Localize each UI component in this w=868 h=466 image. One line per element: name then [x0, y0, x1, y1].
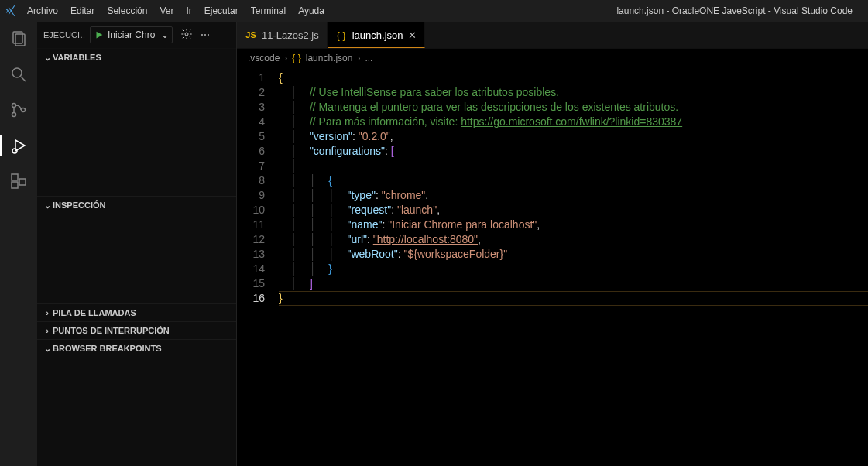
section-pila-header[interactable]: ›PILA DE LLAMADAS [37, 304, 236, 321]
code-string: "chrome" [382, 189, 426, 201]
code-key: "name" [348, 218, 383, 231]
code-string: "launch" [397, 204, 437, 216]
section-browser-bp: ⌄BROWSER BREAKPOINTS [37, 340, 236, 466]
section-inspeccion-header[interactable]: ⌄INSPECCIÓN [37, 197, 236, 214]
menu-terminal[interactable]: Terminal [245, 4, 291, 18]
chevron-right-icon: › [284, 53, 287, 63]
section-puntos: ›PUNTOS DE INTERRUPCIÓN [37, 322, 236, 340]
code-token: { [279, 71, 283, 84]
activity-run-debug-icon[interactable] [0, 135, 37, 156]
section-inspeccion-body [37, 214, 236, 303]
activity-source-control-icon[interactable] [0, 99, 37, 121]
svg-rect-9 [12, 174, 18, 180]
section-inspeccion: ⌄INSPECCIÓN [37, 197, 236, 304]
menu-ejecutar[interactable]: Ejecutar [199, 4, 244, 18]
tab-label: 11-Lazos2.js [262, 29, 319, 41]
svg-marker-12 [97, 32, 103, 39]
breadcrumb-folder[interactable]: .vscode [248, 53, 280, 63]
main-menu: Archivo Editar Selección Ver Ir Ejecutar… [22, 4, 330, 18]
section-variables-label: VARIABLES [53, 53, 101, 62]
code-key: "version" [310, 130, 352, 142]
chevron-down-icon[interactable]: ⌄ [158, 29, 172, 40]
code-string: "Iniciar Chrome para localhost" [388, 218, 537, 231]
svg-rect-11 [19, 179, 26, 185]
start-debug-icon[interactable] [91, 29, 108, 40]
vscode-logo-icon [5, 4, 19, 18]
activity-search-icon[interactable] [0, 63, 37, 85]
window-title: launch.json - OracleONE JaveScript - Vis… [330, 5, 863, 16]
section-pila-label: PILA DE LLAMADAS [53, 308, 136, 317]
code-url[interactable]: "http://localhost:8080" [373, 233, 478, 245]
editor-area: JS 11-Lazos2.js { } launch.json ✕ .vscod… [237, 22, 868, 466]
json-file-icon: { } [335, 29, 348, 41]
title-bar: Archivo Editar Selección Ver Ir Ejecutar… [0, 0, 868, 22]
code-link[interactable]: https://go.microsoft.com/fwlink/?linkid=… [461, 115, 682, 128]
section-pila: ›PILA DE LLAMADAS [37, 304, 236, 322]
code-string: "${workspaceFolder}" [403, 248, 507, 260]
section-variables: ⌄VARIABLES [37, 49, 236, 197]
chevron-right-icon: › [42, 326, 53, 335]
activity-explorer-icon[interactable] [0, 28, 37, 50]
code-key: "url" [348, 233, 368, 245]
menu-archivo[interactable]: Archivo [22, 4, 63, 18]
activity-extensions-icon[interactable] [0, 170, 37, 192]
code-key: "configurations" [310, 145, 385, 157]
sidebar-title: EJECUCI… [43, 30, 85, 39]
code-string: "0.2.0" [359, 130, 390, 142]
svg-rect-10 [12, 182, 18, 188]
menu-ir[interactable]: Ir [180, 4, 197, 18]
activity-bar [0, 22, 37, 466]
tab-launch-json[interactable]: { } launch.json ✕ [328, 22, 425, 48]
svg-point-4 [12, 104, 16, 108]
code-content[interactable]: { │ // Use IntelliSense para saber los a… [279, 67, 868, 466]
section-inspeccion-label: INSPECCIÓN [53, 200, 105, 210]
chevron-right-icon: › [42, 308, 53, 317]
launch-config-selector[interactable]: Iniciar Chro ⌄ [90, 26, 173, 43]
section-variables-header[interactable]: ⌄VARIABLES [37, 49, 236, 66]
editor-tabs: JS 11-Lazos2.js { } launch.json ✕ [237, 22, 868, 49]
chevron-down-icon: ⌄ [42, 200, 53, 211]
config-name-label: Iniciar Chro [108, 29, 158, 40]
code-key: "type" [348, 189, 376, 201]
code-key: "request" [348, 204, 392, 216]
code-editor[interactable]: 12345678910111213141516 { │ // Use Intel… [237, 67, 868, 466]
chevron-down-icon: ⌄ [42, 344, 53, 354]
menu-ver[interactable]: Ver [154, 4, 179, 18]
svg-line-3 [21, 77, 26, 81]
section-puntos-header[interactable]: ›PUNTOS DE INTERRUPCIÓN [37, 322, 236, 339]
section-browser-bp-header[interactable]: ⌄BROWSER BREAKPOINTS [37, 340, 236, 357]
tab-label: launch.json [352, 29, 403, 41]
js-file-icon: JS [245, 29, 257, 41]
chevron-right-icon: › [357, 53, 360, 63]
svg-point-5 [12, 113, 16, 117]
more-actions-icon[interactable]: ⋯ [201, 29, 210, 40]
section-browser-bp-label: BROWSER BREAKPOINTS [53, 344, 162, 353]
debug-sidebar: EJECUCI… Iniciar Chro ⌄ ⋯ ⌄VARIABLES ⌄IN… [37, 22, 237, 466]
code-comment: // Para más información, visite: [310, 115, 461, 128]
svg-point-2 [12, 68, 22, 77]
menu-editar[interactable]: Editar [65, 4, 100, 18]
json-file-icon: { } [292, 53, 300, 63]
code-comment: // Use IntelliSense para saber los atrib… [310, 86, 559, 98]
svg-point-6 [22, 108, 26, 112]
breadcrumb-file[interactable]: launch.json [306, 53, 353, 63]
breadcrumb[interactable]: .vscode › { } launch.json › ... [237, 49, 868, 67]
svg-point-13 [185, 33, 188, 36]
section-variables-body [37, 66, 236, 196]
section-puntos-label: PUNTOS DE INTERRUPCIÓN [53, 326, 170, 335]
menu-seleccion[interactable]: Selección [101, 4, 153, 18]
chevron-down-icon: ⌄ [42, 53, 53, 63]
menu-ayuda[interactable]: Ayuda [293, 4, 330, 18]
line-number-gutter: 12345678910111213141516 [237, 67, 279, 466]
breadcrumb-trail[interactable]: ... [365, 53, 372, 63]
code-key: "webRoot" [348, 248, 398, 260]
gear-icon[interactable] [180, 28, 193, 43]
code-comment: // Mantenga el puntero para ver las desc… [310, 101, 678, 113]
code-token: } [279, 292, 283, 304]
tab-11-lazos2[interactable]: JS 11-Lazos2.js [237, 22, 328, 48]
close-icon[interactable]: ✕ [408, 29, 417, 41]
sidebar-header: EJECUCI… Iniciar Chro ⌄ ⋯ [37, 22, 236, 49]
